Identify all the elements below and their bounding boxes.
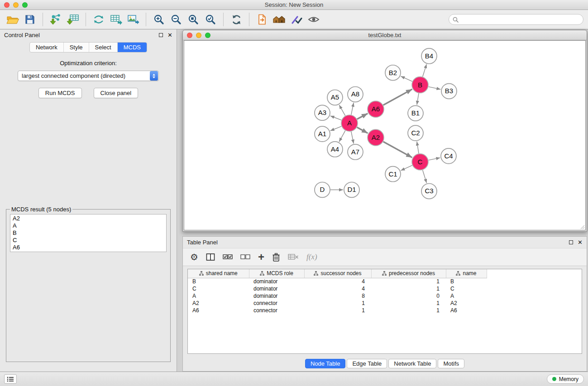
criterion-dropdown[interactable]: largest connected component (directed) bbox=[18, 71, 159, 81]
table-cell[interactable]: A2 bbox=[188, 300, 249, 307]
run-mcds-button[interactable]: Run MCDS bbox=[38, 88, 82, 98]
import-file-button[interactable] bbox=[254, 11, 270, 28]
table-row[interactable]: Cdominator41C bbox=[188, 285, 487, 292]
memory-button[interactable]: Memory bbox=[547, 374, 584, 384]
graph-node[interactable]: A8 bbox=[348, 87, 363, 102]
home-button[interactable] bbox=[271, 11, 287, 28]
graph-edge[interactable] bbox=[357, 114, 368, 119]
network-canvas[interactable]: B4B2BB3B1A5A8A6A3AA1A2A4A7C2C4CC1C3DD1 bbox=[184, 40, 586, 230]
close-window-button[interactable] bbox=[4, 2, 10, 8]
table-cell[interactable]: dominator bbox=[249, 278, 304, 285]
graph-edge[interactable] bbox=[401, 165, 412, 170]
table-row[interactable]: Bdominator41B bbox=[188, 278, 487, 285]
table-cell[interactable]: C bbox=[446, 285, 487, 292]
table-cell[interactable]: 0 bbox=[371, 292, 446, 300]
graph-node[interactable]: C4 bbox=[441, 148, 456, 164]
table-cell[interactable]: 1 bbox=[304, 300, 371, 307]
add-column-button[interactable]: + bbox=[258, 253, 264, 261]
graph-edge[interactable] bbox=[330, 116, 342, 120]
tab-network[interactable]: Network bbox=[30, 43, 64, 52]
graph-node[interactable]: A5 bbox=[327, 90, 343, 105]
export-network-button[interactable] bbox=[91, 11, 107, 28]
function-builder-button[interactable]: f(x) bbox=[306, 253, 317, 262]
show-details-button[interactable] bbox=[306, 11, 322, 28]
graph-edge[interactable] bbox=[401, 76, 412, 81]
tab-node-table[interactable]: Node Table bbox=[305, 359, 346, 368]
table-cell[interactable]: dominator bbox=[249, 292, 304, 300]
mcds-result-item[interactable]: A6 bbox=[13, 244, 164, 251]
tab-style[interactable]: Style bbox=[64, 43, 89, 52]
table-cell[interactable]: C bbox=[188, 285, 249, 292]
table-cell[interactable]: B bbox=[188, 278, 249, 285]
graph-node[interactable]: A1 bbox=[315, 126, 330, 142]
graph-node[interactable]: C3 bbox=[421, 183, 437, 199]
mcds-result-item[interactable]: C bbox=[13, 237, 164, 244]
graph-node[interactable]: C bbox=[412, 154, 428, 170]
graph-edge[interactable] bbox=[383, 142, 412, 157]
graph-edge[interactable] bbox=[339, 131, 345, 142]
network-close-button[interactable] bbox=[187, 33, 192, 38]
table-cell[interactable]: A2 bbox=[446, 300, 487, 307]
graph-node[interactable]: C2 bbox=[408, 125, 423, 141]
table-cell[interactable]: B bbox=[446, 278, 487, 285]
open-session-button[interactable] bbox=[5, 11, 21, 28]
graph-node[interactable]: B3 bbox=[441, 84, 457, 99]
tab-network-table[interactable]: Network Table bbox=[388, 359, 436, 368]
graph-edge[interactable] bbox=[417, 93, 419, 105]
graph-node[interactable]: B bbox=[412, 77, 428, 93]
table-row[interactable]: A6connector11A6 bbox=[188, 307, 487, 314]
graph-node[interactable]: A4 bbox=[327, 142, 343, 157]
table-row[interactable]: Adominator80A bbox=[188, 292, 487, 300]
import-network-button[interactable] bbox=[48, 11, 64, 28]
tab-edge-table[interactable]: Edge Table bbox=[347, 359, 387, 368]
search-input[interactable] bbox=[461, 16, 579, 23]
table-cell[interactable]: A6 bbox=[446, 307, 487, 314]
graph-node[interactable]: A6 bbox=[368, 101, 384, 117]
table-cell[interactable]: 4 bbox=[304, 278, 371, 285]
table-cell[interactable]: A bbox=[446, 292, 487, 300]
graph-node[interactable]: D bbox=[315, 182, 330, 198]
close-table-panel-icon[interactable]: ✕ bbox=[578, 239, 583, 245]
table-cell[interactable]: 1 bbox=[371, 285, 446, 292]
close-panel-icon[interactable]: ✕ bbox=[167, 32, 172, 38]
save-session-button[interactable] bbox=[22, 11, 38, 28]
show-columns-button[interactable] bbox=[206, 253, 215, 261]
deselect-all-button[interactable] bbox=[240, 253, 250, 261]
toolbar-search[interactable] bbox=[449, 14, 583, 25]
table-cell[interactable]: connector bbox=[249, 307, 304, 314]
graph-edge[interactable] bbox=[351, 132, 354, 144]
graph-edge[interactable] bbox=[339, 105, 345, 116]
graph-node[interactable]: D1 bbox=[344, 182, 359, 198]
network-minimize-button[interactable] bbox=[196, 33, 201, 38]
select-all-button[interactable] bbox=[223, 253, 233, 261]
zoom-in-button[interactable] bbox=[151, 11, 167, 28]
table-settings-button[interactable]: ⚙ bbox=[190, 253, 198, 262]
resize-grip-icon[interactable] bbox=[579, 224, 585, 229]
tab-select[interactable]: Select bbox=[89, 43, 118, 52]
table-cell[interactable]: dominator bbox=[249, 285, 304, 292]
column-header-predecessor-nodes[interactable]: predecessor nodes bbox=[371, 269, 446, 278]
show-panels-button[interactable] bbox=[4, 374, 17, 384]
graph-node[interactable]: A3 bbox=[315, 105, 330, 120]
mcds-result-item[interactable]: A2 bbox=[13, 215, 164, 222]
mcds-result-item[interactable]: B bbox=[13, 229, 164, 237]
graph-edge[interactable] bbox=[423, 170, 427, 183]
graph-edge[interactable] bbox=[330, 126, 342, 131]
graph-node[interactable]: B2 bbox=[385, 65, 401, 81]
import-table-button[interactable] bbox=[65, 11, 81, 28]
table-cell[interactable]: 4 bbox=[304, 285, 371, 292]
column-header-successor-nodes[interactable]: successor nodes bbox=[304, 269, 371, 278]
graph-edge[interactable] bbox=[383, 89, 412, 105]
column-header-mcds-role[interactable]: MCDS role bbox=[249, 269, 304, 278]
close-panel-button[interactable]: Close panel bbox=[94, 88, 139, 98]
graph-edge[interactable] bbox=[417, 142, 419, 153]
table-cell[interactable]: A6 bbox=[188, 307, 249, 314]
graph-node[interactable]: B1 bbox=[408, 105, 423, 121]
zoom-out-button[interactable] bbox=[168, 11, 184, 28]
tab-mcds[interactable]: MCDS bbox=[118, 43, 147, 52]
graph-edge[interactable] bbox=[429, 158, 440, 160]
apply-style-button[interactable] bbox=[288, 11, 305, 28]
table-cell[interactable]: connector bbox=[249, 300, 304, 307]
mcds-result-list[interactable]: A2ABCA6 bbox=[10, 214, 167, 252]
mcds-result-item[interactable]: A bbox=[13, 222, 164, 229]
